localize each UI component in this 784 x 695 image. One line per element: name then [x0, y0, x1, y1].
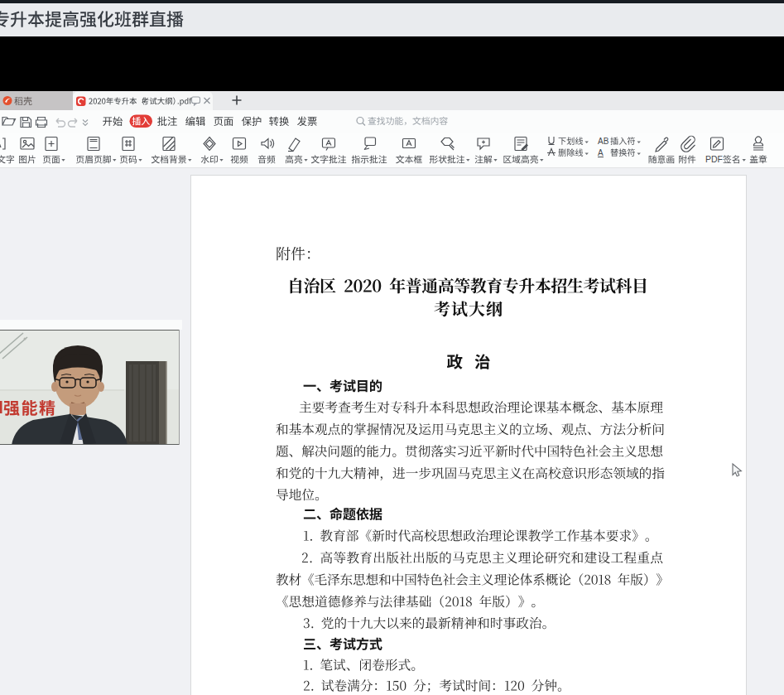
svg-text:PDF: PDF: [705, 154, 723, 164]
svg-text:A: A: [598, 148, 604, 157]
svg-text:AB: AB: [598, 137, 609, 146]
